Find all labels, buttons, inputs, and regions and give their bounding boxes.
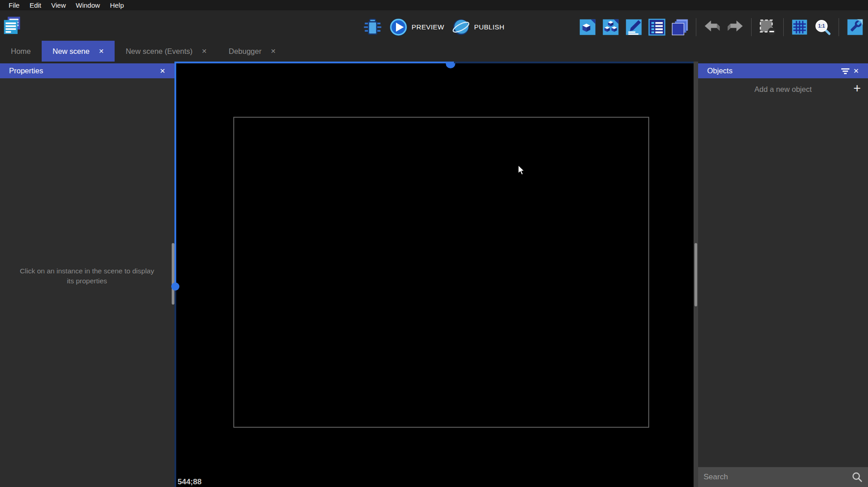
menu-file[interactable]: File <box>4 0 24 10</box>
zoom-1to1-icon[interactable]: 1:1 <box>814 19 831 36</box>
tab-home[interactable]: Home <box>0 41 42 62</box>
toolbar-divider <box>839 18 839 36</box>
close-icon[interactable]: ✕ <box>157 66 168 76</box>
deselect-icon[interactable] <box>759 19 776 36</box>
debugger-button[interactable] <box>364 18 382 36</box>
toolbar-divider <box>751 18 752 36</box>
properties-panel-header: Properties ✕ <box>0 63 174 78</box>
gdevelop-window: File Edit View Window Help <box>0 0 868 487</box>
preview-label: PREVIEW <box>412 23 444 31</box>
objects-panel: Objects ✕ Add a new object + Search <box>698 63 868 487</box>
search-icon <box>852 472 863 482</box>
publish-button[interactable]: PUBLISH <box>452 18 504 36</box>
instances-list-icon[interactable] <box>648 19 665 36</box>
menu-help[interactable]: Help <box>105 0 129 10</box>
menu-bar: File Edit View Window Help <box>0 0 868 10</box>
pane-drag-handle-top[interactable] <box>446 63 455 68</box>
layers-icon[interactable] <box>671 19 689 36</box>
toolbar-divider <box>783 18 784 36</box>
canvas-left-edge-highlight <box>174 62 176 286</box>
project-settings-wrench-icon[interactable] <box>846 19 863 36</box>
properties-panel-title: Properties <box>9 67 43 75</box>
mouse-cursor <box>518 165 526 177</box>
add-new-object-label: Add a new object <box>754 85 812 94</box>
plus-icon: + <box>854 81 861 95</box>
close-icon[interactable]: ✕ <box>850 66 862 76</box>
cursor-position-indicator: 544;88 <box>178 477 202 487</box>
tab-label: Debugger <box>229 47 261 56</box>
tab-close-icon[interactable]: ✕ <box>202 48 207 55</box>
preview-play-icon <box>390 18 408 36</box>
objects-panel-title: Objects <box>707 67 733 75</box>
redo-icon[interactable] <box>727 19 744 36</box>
tab-debugger[interactable]: Debugger ✕ <box>218 41 287 62</box>
properties-panel: Properties ✕ Click on an instance in the… <box>0 63 174 487</box>
tab-label: New scene <box>53 47 90 56</box>
publish-globe-icon <box>452 18 470 36</box>
scene-scrollbar-thumb[interactable] <box>694 243 697 306</box>
tab-close-icon[interactable]: ✕ <box>270 48 276 55</box>
canvas-left-edge <box>174 286 176 487</box>
debug-bug-icon <box>364 18 382 36</box>
properties-empty-hint: Click on an instance in the scene to dis… <box>19 266 155 286</box>
tab-close-icon[interactable]: ✕ <box>99 48 104 55</box>
project-manager-button[interactable] <box>3 16 22 36</box>
menu-edit[interactable]: Edit <box>24 0 46 10</box>
objects-panel-header: Objects ✕ <box>698 63 868 78</box>
grid-icon[interactable] <box>791 19 808 36</box>
game-window-border <box>233 117 649 428</box>
add-new-object-button[interactable]: Add a new object + <box>698 78 868 100</box>
publish-label: PUBLISH <box>474 23 504 31</box>
canvas-top-edge-highlight <box>174 62 454 63</box>
scene-canvas[interactable]: 544;88 <box>174 62 694 487</box>
editor-tab-bar: Home New scene ✕ New scene (Events) ✕ De… <box>0 41 868 62</box>
tab-new-scene[interactable]: New scene ✕ <box>42 41 115 62</box>
tab-label: New scene (Events) <box>125 47 193 56</box>
menu-window[interactable]: Window <box>71 0 105 10</box>
toolbar: PREVIEW PUBLISH <box>0 10 868 41</box>
object-groups-icon[interactable] <box>602 19 619 36</box>
tab-label: Home <box>11 47 31 56</box>
scene-vertical-scrollbar[interactable] <box>694 62 698 487</box>
svg-text:1:1: 1:1 <box>818 24 825 29</box>
objects-search-bar[interactable]: Search <box>698 467 868 487</box>
project-manager-icon <box>3 16 21 34</box>
menu-view[interactable]: View <box>46 0 71 10</box>
toolbar-divider <box>696 18 696 36</box>
scene-properties-pencil-icon[interactable] <box>625 19 642 36</box>
tab-new-scene-events[interactable]: New scene (Events) ✕ <box>115 41 217 62</box>
canvas-top-edge <box>454 62 694 63</box>
preview-button[interactable]: PREVIEW <box>390 18 444 36</box>
search-input[interactable]: Search <box>704 473 852 482</box>
undo-icon[interactable] <box>704 19 721 36</box>
filter-icon[interactable] <box>840 66 850 76</box>
objects-editor-icon[interactable] <box>579 19 596 36</box>
pane-drag-handle-left[interactable] <box>171 282 179 291</box>
